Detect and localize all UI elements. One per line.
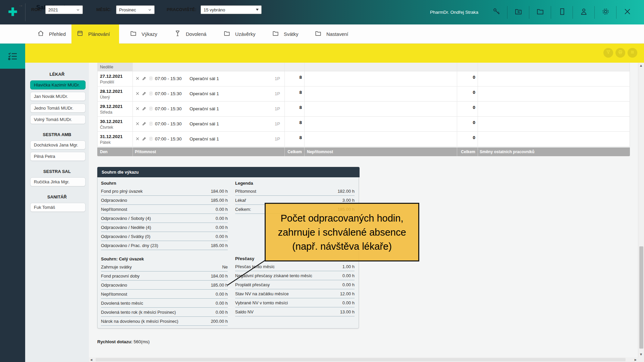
sidebar-person[interactable]: Hlavička Kazimír MUDr. (30, 80, 86, 89)
tab-uzaverky[interactable]: Uzávěrky (218, 24, 261, 44)
scroll-up-icon[interactable]: ▲ (640, 64, 642, 67)
table-right-border (630, 102, 630, 116)
vertical-scroll-thumb[interactable] (639, 246, 643, 349)
edit-icon[interactable] (142, 136, 147, 142)
delete-icon[interactable] (135, 106, 140, 112)
delete-icon[interactable] (135, 136, 140, 142)
delete-icon[interactable] (135, 76, 140, 82)
shift-tag: 1P (258, 136, 280, 141)
summary-panel-header: Souhrn dle výkazu (97, 167, 360, 177)
summary-row-value: 200.00 h (211, 319, 228, 324)
scroll-left-icon[interactable]: ◀ (90, 358, 92, 361)
footer-col-label: Celkem (284, 149, 302, 154)
summary-panel-title: Souhrn dle výkazu (102, 170, 139, 175)
absent-total: 0 (457, 105, 475, 110)
document-icon[interactable] (149, 76, 153, 82)
day-name: Pondělí (100, 80, 114, 84)
column-border (304, 117, 305, 131)
calendar-icon (76, 29, 84, 39)
key-icon (492, 7, 501, 17)
summary-row-value: 182.00 h (337, 189, 355, 194)
document-icon[interactable] (149, 136, 153, 142)
print-button[interactable] (615, 48, 625, 58)
key-button[interactable] (486, 0, 507, 24)
sidebar-person[interactable]: Pilná Petra (30, 152, 86, 161)
tab-vykazy[interactable]: Výkazy (125, 24, 164, 44)
document-icon[interactable] (149, 121, 153, 127)
summary-row: Fond pracovní doby184.00 h (101, 272, 228, 281)
scroll-right-icon[interactable]: ▶ (635, 358, 637, 361)
shift-place: Operační sál 1 (190, 106, 219, 111)
tab-dovolena[interactable]: Dovolená (169, 24, 212, 44)
edit-icon[interactable] (142, 76, 147, 82)
summary-row: Odpracováno / Svátky (0)0.00 h (101, 232, 228, 241)
checklist-icon (7, 51, 18, 62)
day-name: Neděle (100, 65, 113, 69)
sidebar-person[interactable]: Jan Novák MUDr. (30, 92, 86, 101)
date-label: 28.12.2021 (100, 89, 123, 94)
tab-nastaveni[interactable]: Nastavení (310, 24, 354, 44)
tab-prehled[interactable]: Přehled (32, 24, 70, 44)
scroll-down-icon[interactable]: ▼ (640, 353, 642, 356)
horizontal-scroll-thumb[interactable] (96, 358, 626, 361)
month-select[interactable]: Prosinec (116, 5, 155, 14)
year-select[interactable]: 2021 (45, 5, 83, 14)
summary-section-title: Souhrn: Celý úvazek (101, 256, 228, 262)
vertical-scrollbar[interactable]: ▲ ▼ (638, 63, 644, 357)
delete-icon[interactable] (135, 91, 140, 97)
column-border (457, 117, 457, 131)
tab-label: Dovolená (186, 32, 206, 37)
people-list-toggle[interactable] (0, 44, 25, 69)
table-left-border (97, 86, 98, 101)
close-button[interactable] (616, 0, 638, 24)
edit-icon[interactable] (142, 106, 147, 112)
sidebar-person[interactable]: Jedno Tomáš MUDr. (30, 104, 86, 113)
delete-icon[interactable] (135, 121, 140, 127)
sidebar-person[interactable]: Volný Tomáš MUDr. (30, 115, 86, 124)
clipped-date: 26.12.2021 (100, 63, 123, 63)
column-border (284, 117, 285, 131)
workplace-select[interactable]: 15 vybráno (201, 5, 262, 14)
tab-svatky[interactable]: Svátky (267, 24, 305, 44)
gear-button[interactable] (595, 0, 616, 24)
summary-row-label: Odpracováno / Svátky (0) (101, 234, 150, 239)
column-border (478, 86, 478, 101)
table-right-border (630, 117, 630, 131)
table-left-border (97, 132, 98, 146)
present-total: 8 (284, 90, 302, 95)
person-button[interactable] (573, 0, 594, 24)
summary-row: Fond pro plný úvazek184.00 h (101, 187, 228, 196)
chevron-down-icon (148, 8, 152, 12)
column-border (284, 132, 285, 146)
summary-row-value: 12.00 h (340, 291, 355, 296)
edit-icon[interactable] (142, 121, 147, 127)
filter-button[interactable] (603, 48, 613, 58)
tab-label: Nastavení (326, 32, 348, 37)
sidebar-person[interactable]: Ručička Jirka Mgr. (30, 177, 86, 186)
horizontal-scrollbar[interactable]: ◀ ▶ (89, 357, 638, 362)
folder-button[interactable] (529, 0, 551, 24)
month-value: Prosinec (119, 7, 136, 12)
tab-planovani[interactable]: Plánování (71, 24, 119, 44)
rail-bottom (0, 357, 25, 362)
folder-n-button[interactable]: N (507, 0, 529, 24)
topbar-divider (25, 3, 25, 21)
summary-row-label: Proplatit přesčasy (235, 282, 270, 287)
summary-row: Nepřítomnost0.00 h (101, 290, 228, 299)
left-rail (0, 44, 25, 362)
summary-row: Proplatit přesčasy0.00 h (235, 280, 355, 289)
sidebar-person[interactable]: Fuk Tomáš (30, 203, 86, 212)
column-border (132, 117, 133, 131)
edit-icon[interactable] (142, 91, 147, 97)
document-icon[interactable] (149, 91, 153, 97)
summary-row-label: Nepřítomnost (101, 207, 127, 212)
menu-button[interactable] (628, 48, 637, 58)
summary-row-label: Nepřítomnost (101, 292, 127, 297)
collapse-arrow-icon[interactable]: → (18, 2, 23, 8)
shift-time: 07:00 - 15:30 (155, 106, 182, 111)
summary-row: Odpracováno / Prac. dny (23)185.00 h (101, 241, 228, 250)
document-icon[interactable] (149, 106, 153, 112)
window-button[interactable] (551, 0, 573, 24)
summary-row-value: 0.00 h (216, 225, 228, 230)
sidebar-person[interactable]: Docházková Jana Mgr. (30, 140, 86, 149)
